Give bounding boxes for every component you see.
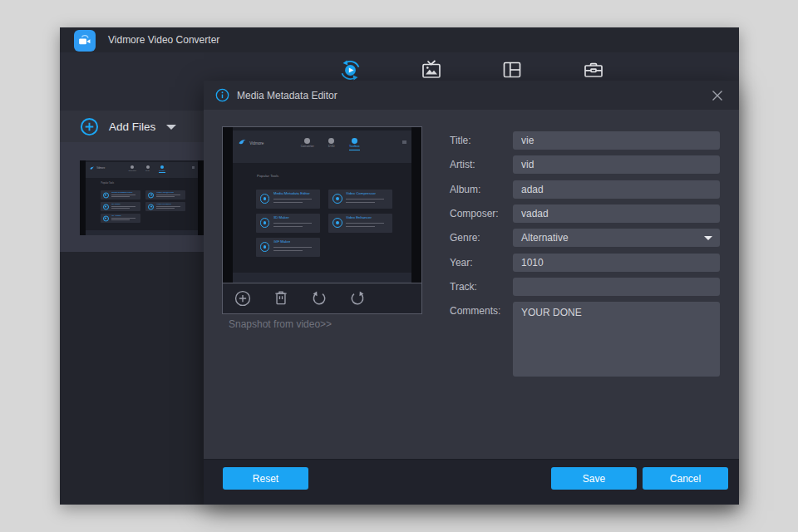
app-logo-icon — [74, 30, 96, 52]
mini-tool-card: Media Metadata Editor — [101, 190, 140, 200]
genre-select[interactable]: Alternative — [513, 229, 720, 247]
add-files-button[interactable]: Add Files — [80, 117, 176, 136]
snapshot-from-video-link[interactable]: Snapshot from video>> — [229, 318, 332, 330]
plus-circle-icon — [80, 117, 99, 136]
mini-nav-label: Converter — [128, 170, 135, 171]
mini-brand-name: Vidmore — [249, 142, 264, 146]
cancel-button[interactable]: Cancel — [643, 467, 728, 490]
mini-tool-title: Media Metadata Editor — [273, 192, 310, 195]
chevron-down-icon — [704, 236, 712, 240]
reset-button[interactable]: Reset — [223, 467, 308, 490]
chevron-down-icon — [166, 125, 176, 130]
mini-tool-card: Video Compressor — [145, 190, 185, 200]
mini-text-bar — [156, 208, 175, 209]
mini-tool-title: Video Compressor — [346, 192, 376, 195]
titlebar: Vidmore Video Converter — [60, 27, 739, 52]
plus-circle-icon — [234, 289, 252, 308]
mini-window-button — [192, 166, 195, 169]
mini-nav-icon — [131, 165, 134, 169]
mini-nav: ConverterDVDToolbox — [128, 165, 165, 173]
mini-app-frame: VidmoreConverterDVDToolboxPopular ToolsM… — [233, 127, 411, 283]
mini-tool-title: Media Metadata Editor — [111, 192, 133, 195]
mini-brand-logo-icon — [239, 139, 246, 145]
mini-text-bar — [111, 206, 135, 207]
mini-text-bar — [346, 226, 375, 228]
mini-tool-title: Video Enhancer — [346, 216, 372, 219]
mini-text-bar — [111, 195, 135, 195]
rotate-right-button[interactable] — [348, 289, 367, 308]
video-thumbnail-frame: VidmoreConverterDVDToolboxPopular ToolsM… — [80, 160, 204, 235]
comments-field[interactable] — [513, 302, 720, 377]
close-button[interactable] — [709, 87, 726, 104]
artist-field[interactable] — [513, 155, 720, 174]
year-field[interactable] — [513, 254, 720, 272]
save-button[interactable]: Save — [551, 467, 637, 490]
mini-tool-icon — [103, 204, 109, 209]
mini-footer-bar — [233, 273, 411, 283]
track-field[interactable] — [513, 278, 720, 296]
add-files-label: Add Files — [109, 121, 155, 133]
mini-nav-icon — [352, 138, 357, 144]
snapshot-preview-panel: VidmoreConverterDVDToolboxPopular ToolsM… — [222, 126, 422, 314]
title-field[interactable] — [513, 131, 720, 150]
mini-tool-title: GIF Maker — [273, 240, 291, 244]
dialog-title: Media Metadata Editor — [237, 90, 337, 101]
tab-collage[interactable] — [500, 57, 525, 82]
tv-photo-icon — [421, 59, 442, 81]
metadata-editor-dialog: Media Metadata Editor VidmoreConverterDV… — [204, 81, 739, 505]
mini-nav-label: Toolbox — [349, 145, 360, 150]
mini-tool-icon — [332, 218, 342, 228]
info-icon — [215, 88, 229, 102]
mini-tool-card: Video Enhancer — [145, 202, 185, 211]
mini-tool-title: 3D Maker — [273, 216, 289, 219]
mini-text-bar — [156, 196, 175, 197]
mini-text-bar — [273, 223, 312, 224]
field-label-comments: Comments: — [450, 302, 511, 320]
mini-nav-icon — [146, 165, 150, 169]
field-label-composer: Composer: — [450, 204, 511, 223]
field-label-album: Album: — [450, 180, 511, 199]
mini-text-bar — [273, 226, 303, 228]
rotate-left-button[interactable] — [310, 289, 328, 308]
delete-snapshot-button[interactable] — [272, 289, 290, 308]
tab-converter[interactable] — [337, 57, 362, 82]
mini-tool-title: 3D Maker — [111, 204, 121, 206]
mini-text-bar — [156, 195, 180, 195]
mini-nav-item: DVD — [145, 165, 150, 173]
mini-text-bar — [273, 202, 303, 204]
mini-nav-item: Converter — [128, 165, 135, 173]
mini-text-bar — [156, 206, 180, 207]
mini-tool-icon — [148, 204, 154, 209]
mini-text-bar — [273, 199, 312, 200]
field-label-artist: Artist: — [450, 155, 511, 174]
mini-tool-icon — [260, 195, 270, 204]
add-snapshot-button[interactable] — [234, 289, 252, 308]
mini-tool-icon — [332, 195, 342, 204]
mini-app-frame: VidmoreConverterDVDToolboxPopular ToolsM… — [86, 160, 197, 235]
tab-mv[interactable] — [419, 57, 444, 82]
mini-text-bar — [111, 219, 130, 220]
mini-tool-card: 3D Maker — [256, 214, 320, 233]
close-icon — [710, 88, 725, 103]
album-field[interactable] — [513, 180, 720, 199]
video-thumbnail[interactable]: VidmoreConverterDVDToolboxPopular ToolsM… — [80, 160, 204, 235]
mini-window-button — [402, 140, 406, 145]
mini-section-title: Popular Tools — [257, 175, 278, 178]
tab-toolbox[interactable] — [581, 57, 606, 82]
mini-text-bar — [346, 199, 384, 200]
mini-tool-icon — [260, 218, 270, 228]
field-label-genre: Genre: — [450, 229, 511, 247]
mini-titlebar: VidmoreConverterDVDToolbox — [233, 131, 411, 163]
mini-nav-label: Toolbox — [159, 170, 165, 173]
field-label-year: Year: — [450, 254, 511, 272]
toolbox-icon — [583, 59, 604, 81]
snapshot-preview-image: VidmoreConverterDVDToolboxPopular ToolsM… — [223, 127, 421, 283]
mini-titlebar: VidmoreConverterDVDToolbox — [86, 162, 197, 178]
mini-nav-label: Converter — [301, 145, 314, 149]
app-title: Vidmore Video Converter — [108, 27, 219, 52]
mini-tool-icon — [103, 215, 109, 221]
mini-text-bar — [346, 202, 375, 204]
composer-field[interactable] — [513, 204, 720, 223]
rotate-left-icon — [310, 289, 328, 308]
dialog-footer: Reset Save Cancel — [204, 459, 739, 505]
